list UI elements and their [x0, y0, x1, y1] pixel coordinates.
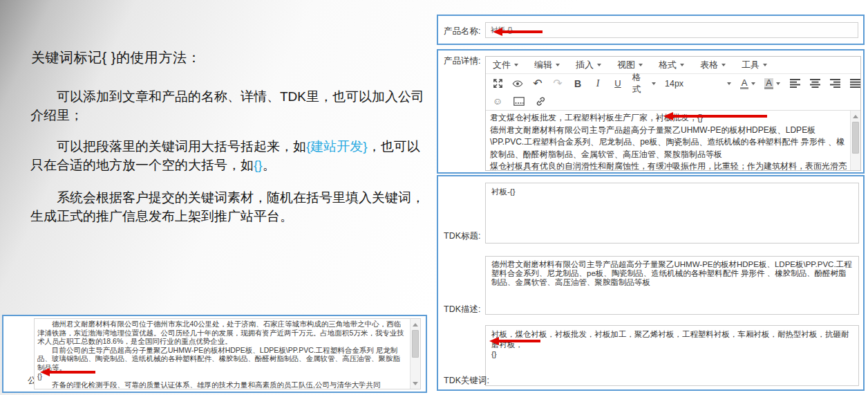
align-justify-icon[interactable]	[849, 77, 860, 90]
chevron-down-icon	[763, 64, 767, 66]
background-color-button[interactable]: A	[764, 78, 780, 89]
product-detail-label: 产品详情:	[444, 55, 480, 67]
link-icon[interactable]	[535, 95, 546, 107]
arrow-product-name	[493, 28, 542, 36]
instructions-title: 关键词标记{ }的使用方法：	[31, 48, 201, 67]
tdk-title-textarea[interactable]: 衬板-{}	[485, 183, 859, 244]
company-paragraph: 德州君文耐磨材料有限公司位于德州市东北40公里处，处于济南、石家庄等城市构成的三…	[37, 320, 406, 346]
scrollbar-thumb[interactable]	[852, 122, 859, 154]
chevron-down-icon	[751, 82, 755, 85]
chevron-down-icon	[556, 64, 560, 66]
undo-icon[interactable]: ↶	[532, 77, 543, 90]
chevron-down-icon	[776, 82, 780, 85]
instructions-paragraph-1: 可以添加到文章和产品的名称、详情、TDK里，也可以加入公司介绍里；	[30, 87, 430, 125]
chevron-down-icon	[514, 64, 518, 66]
emoticon-icon[interactable]: ☺	[492, 95, 503, 107]
instructions-paragraph-2: 可以把段落里的关键词用大括号括起来，如{建站开发}，也可以只在合适的地方放一个空…	[30, 137, 430, 174]
template-icon[interactable]	[513, 95, 525, 107]
italic-button[interactable]: I	[592, 77, 603, 90]
tdk-description-value: 德州君文耐磨材料有限公司主导产品超高分子量聚乙UHMW-PE的板材HDPE板、L…	[491, 260, 852, 286]
editor-toolbar-row2: ☺	[486, 93, 860, 109]
chevron-down-icon	[680, 64, 684, 66]
format-dropdown[interactable]: 格式	[632, 72, 656, 95]
chevron-down-icon	[721, 64, 726, 66]
tdk-keywords-label: TDK关键词:	[444, 375, 489, 387]
chevron-down-icon	[597, 64, 601, 66]
company-intro-text: 德州君文耐磨材料有限公司位于德州市东北40公里处，处于济南、石家庄等城市构成的三…	[37, 320, 406, 389]
align-center-icon[interactable]	[809, 77, 820, 90]
scroll-up-icon[interactable]	[851, 111, 860, 121]
scroll-up-icon[interactable]	[411, 320, 420, 329]
empty-braces-example: {}	[254, 158, 263, 172]
tdk-keywords-line1: 衬板，煤仓衬板，衬板批发，衬板加工，聚乙烯衬板，工程塑料衬板，车厢衬板，耐热型衬…	[491, 329, 853, 349]
menu-insert[interactable]: 插入	[576, 59, 601, 71]
para2-text: 。	[263, 158, 276, 172]
tdk-title-label: TDK标题:	[444, 230, 480, 242]
editor-menubar: 文件 编辑 插入 视图 格式 表格 工具	[486, 57, 860, 74]
menu-format[interactable]: 格式	[659, 59, 684, 71]
redo-icon[interactable]: ↷	[552, 77, 563, 90]
align-left-icon[interactable]	[789, 77, 800, 90]
menu-tools[interactable]: 工具	[742, 59, 767, 71]
chevron-down-icon	[652, 82, 656, 85]
fullscreen-icon[interactable]	[492, 77, 503, 90]
product-detail-panel: 产品详情: 文件 编辑 插入 视图 格式 表格 工具 ↶ ↷ B I U 格式 …	[437, 49, 865, 174]
tdk-title-value: 衬板-{}	[491, 187, 516, 196]
company-paragraph: 齐备的理化检测手段、可靠的质量认证体系、雄厚的技术力量和高素质的员工队伍,公司与…	[37, 380, 406, 389]
arrow-tdk-keywords-braces	[489, 337, 540, 345]
chevron-down-icon	[727, 82, 731, 85]
para2-text: 可以把段落里的关键词用大括号括起来，如	[57, 139, 306, 154]
editor-paragraph: 德州君文耐磨材料有限公司主导产品超高分子量聚乙UHMW-PE的板材HDPE板、L…	[490, 125, 847, 161]
preview-eye-icon[interactable]	[512, 77, 523, 90]
fontsize-dropdown[interactable]: 14px	[665, 79, 731, 89]
editor-scrollbar[interactable]	[850, 111, 860, 170]
menu-edit[interactable]: 编辑	[534, 59, 560, 71]
tdk-keywords-empty-braces: {}	[491, 349, 853, 360]
company-intro-panel: 公司介绍: 德州君文耐磨材料有限公司位于德州市东北40公里处，处于济南、石家庄等…	[2, 315, 427, 393]
product-name-label: 产品名称:	[444, 26, 480, 37]
company-scrollbar[interactable]	[410, 319, 420, 389]
company-intro-textarea[interactable]: 德州君文耐磨材料有限公司位于德州市东北40公里处，处于济南、石家庄等城市构成的三…	[34, 318, 421, 389]
bold-button[interactable]: B	[572, 77, 583, 90]
instructions-paragraph-3: 系统会根据客户提交的关键词素材，随机在括号里填入关键词，生成正式的推广信息发布上…	[30, 188, 430, 226]
underline-button[interactable]: U	[612, 77, 623, 90]
menu-table[interactable]: 表格	[700, 59, 726, 71]
arrow-company-braces	[40, 368, 95, 376]
scrollbar-thumb[interactable]	[412, 330, 419, 358]
scroll-down-icon[interactable]	[411, 378, 420, 388]
align-right-icon[interactable]	[829, 77, 840, 90]
tdk-description-label: TDK描述:	[444, 304, 480, 315]
editor-content-text: 君文煤仓衬板批发，工程塑料衬板生产厂家，衬板批发，{} 德州君文耐磨材料有限公司…	[490, 112, 847, 170]
menu-view[interactable]: 视图	[617, 59, 643, 71]
menu-file[interactable]: 文件	[493, 59, 518, 71]
text-color-button[interactable]: A	[740, 78, 756, 89]
tdk-description-textarea[interactable]: 德州君文耐磨材料有限公司主导产品超高分子量聚乙UHMW-PE的板材HDPE板、L…	[485, 256, 859, 315]
tdk-panel: 衬板-{} TDK标题: 德州君文耐磨材料有限公司主导产品超高分子量聚乙UHMW…	[437, 175, 865, 391]
arrow-editor-braces	[663, 112, 767, 120]
tdk-keywords-textarea[interactable]: 衬板，煤仓衬板，衬板批发，衬板加工，聚乙烯衬板，工程塑料衬板，车厢衬板，耐热型衬…	[485, 325, 859, 386]
editor-toolbar-row1: ↶ ↷ B I U 格式 14px A A	[486, 74, 860, 93]
editor-paragraph: 煤仓衬板具有优良的自润滑性和耐腐蚀性，有缓冲吸振作用，比重轻；作为建筑材料，表面…	[490, 160, 847, 170]
keyword-example: {建站开发}	[306, 139, 368, 154]
chevron-down-icon	[639, 64, 643, 66]
